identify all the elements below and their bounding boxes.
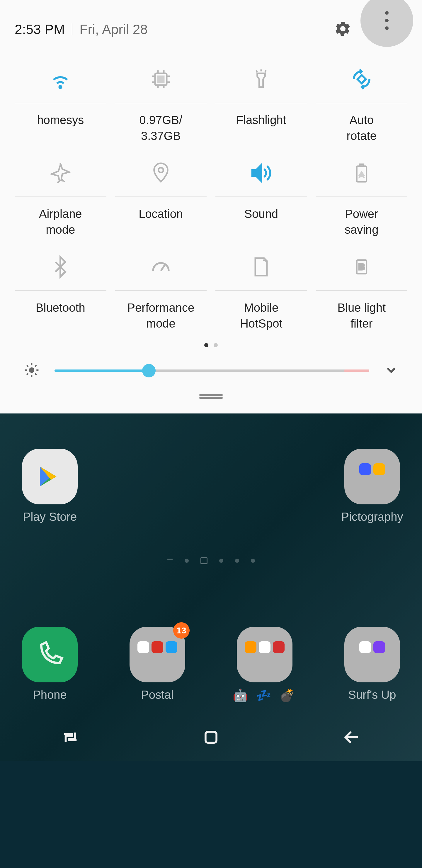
page-dot[interactable] xyxy=(185,559,189,563)
chevron-down-icon[interactable] xyxy=(384,363,398,379)
page-dot[interactable] xyxy=(235,559,239,563)
quick-tiles-grid: homesys 0.97GB/ 3.37GB Flashlight Auto r… xyxy=(15,62,407,331)
home-indicator-icon[interactable] xyxy=(200,557,207,564)
app-label: Pictography xyxy=(341,510,403,523)
play-store-icon xyxy=(22,449,78,504)
page-dot[interactable] xyxy=(219,559,223,563)
bluetooth-icon xyxy=(48,249,72,284)
airplane-icon xyxy=(48,155,72,191)
tile-label: Power saving xyxy=(345,206,379,238)
bluelight-icon: B xyxy=(350,249,374,284)
page-dot-active[interactable] xyxy=(204,343,208,347)
app-pictography[interactable]: Pictography xyxy=(340,449,404,523)
app-label: Phone xyxy=(33,688,67,702)
phone-icon xyxy=(22,627,78,682)
tile-ram[interactable]: 0.97GB/ 3.37GB xyxy=(115,62,207,144)
panel-drag-handle[interactable] xyxy=(15,388,407,408)
navigation-bar xyxy=(0,714,422,761)
page-dot[interactable] xyxy=(251,559,255,563)
folder-icon xyxy=(344,449,400,504)
tile-label: 0.97GB/ 3.37GB xyxy=(139,112,182,144)
page-dot[interactable] xyxy=(214,343,218,347)
folder-icon: 13 xyxy=(130,627,185,682)
battery-recycle-icon xyxy=(350,155,374,191)
brightness-row xyxy=(15,362,407,379)
home-button[interactable] xyxy=(202,728,220,748)
app-label: Play Store xyxy=(23,510,77,523)
svg-line-27 xyxy=(27,365,28,367)
tile-sound[interactable]: Sound xyxy=(216,155,307,238)
svg-point-15 xyxy=(158,168,163,173)
tile-bluelight[interactable]: B Blue light filter xyxy=(316,249,408,331)
settings-icon[interactable] xyxy=(334,20,352,39)
app-phone[interactable]: Phone xyxy=(18,627,82,703)
brightness-slider[interactable] xyxy=(55,370,369,372)
notification-badge: 13 xyxy=(173,622,190,639)
svg-text:B: B xyxy=(358,262,365,272)
svg-rect-14 xyxy=(358,75,366,83)
app-postal[interactable]: 13 Postal xyxy=(125,627,190,703)
time-label: 2:53 PM xyxy=(15,22,65,37)
tile-wifi[interactable]: homesys xyxy=(15,62,106,144)
datetime: 2:53 PM Fri, April 28 xyxy=(15,22,148,37)
folder-icon xyxy=(237,627,292,682)
svg-rect-18 xyxy=(360,164,363,166)
svg-marker-16 xyxy=(252,165,261,181)
home-pagination xyxy=(18,559,404,564)
svg-line-30 xyxy=(35,365,37,367)
app-surfs-up[interactable]: Surf's Up xyxy=(340,627,404,703)
svg-rect-2 xyxy=(158,76,164,82)
tile-pagination xyxy=(15,343,407,347)
svg-line-29 xyxy=(27,374,28,375)
tile-airplane[interactable]: Airplane mode xyxy=(15,155,106,238)
tile-label: homesys xyxy=(37,112,84,144)
home-screen: Play Store Pictography xyxy=(0,413,422,761)
slider-thumb[interactable] xyxy=(142,364,156,377)
folder-icon xyxy=(344,627,400,682)
tile-location[interactable]: Location xyxy=(115,155,207,238)
tile-label: Mobile HotSpot xyxy=(240,300,283,331)
tile-label: Flashlight xyxy=(236,112,286,144)
handle-bar-icon xyxy=(199,394,223,396)
quick-settings-panel: 2:53 PM Fri, April 28 homesys xyxy=(0,0,422,413)
tile-flashlight[interactable]: Flashlight xyxy=(216,62,307,144)
location-icon xyxy=(149,155,173,191)
panel-header: 2:53 PM Fri, April 28 xyxy=(15,12,407,47)
tile-power-saving[interactable]: Power saving xyxy=(316,155,408,238)
header-actions xyxy=(334,12,407,47)
app-label: Surf's Up xyxy=(348,688,396,702)
svg-point-22 xyxy=(29,367,35,373)
app-widgets-folder[interactable]: 🤖 💤 💣 xyxy=(232,627,297,703)
slider-max-zone xyxy=(344,370,369,372)
home-row-1: Play Store Pictography xyxy=(18,449,404,523)
tile-label: Auto rotate xyxy=(347,112,377,144)
tile-hotspot[interactable]: Mobile HotSpot xyxy=(216,249,307,331)
divider xyxy=(72,24,72,35)
svg-point-0 xyxy=(60,86,62,88)
gauge-icon xyxy=(149,249,173,284)
tile-label: Performance mode xyxy=(127,300,194,331)
tile-label: Location xyxy=(139,206,183,238)
page-dot[interactable] xyxy=(167,559,173,560)
app-label: 🤖 💤 💣 xyxy=(233,688,297,703)
svg-line-19 xyxy=(161,265,165,271)
cpu-icon xyxy=(149,62,173,97)
home-dock: Phone 13 Postal xyxy=(18,627,404,703)
more-button[interactable] xyxy=(360,0,413,47)
tile-performance[interactable]: Performance mode xyxy=(115,249,207,331)
svg-rect-31 xyxy=(205,732,216,743)
date-label: Fri, April 28 xyxy=(79,22,148,37)
rotate-icon xyxy=(350,62,374,97)
svg-line-12 xyxy=(256,70,257,72)
tile-bluetooth[interactable]: Bluetooth xyxy=(15,249,106,331)
recents-button[interactable] xyxy=(61,728,80,748)
tile-auto-rotate[interactable]: Auto rotate xyxy=(316,62,408,144)
tile-label: Sound xyxy=(244,206,278,238)
app-play-store[interactable]: Play Store xyxy=(18,449,82,523)
tile-label: Airplane mode xyxy=(39,206,82,238)
sound-icon xyxy=(249,155,273,191)
back-button[interactable] xyxy=(342,728,361,748)
flashlight-icon xyxy=(249,62,273,97)
slider-fill xyxy=(55,370,149,372)
app-label: Postal xyxy=(141,688,173,702)
